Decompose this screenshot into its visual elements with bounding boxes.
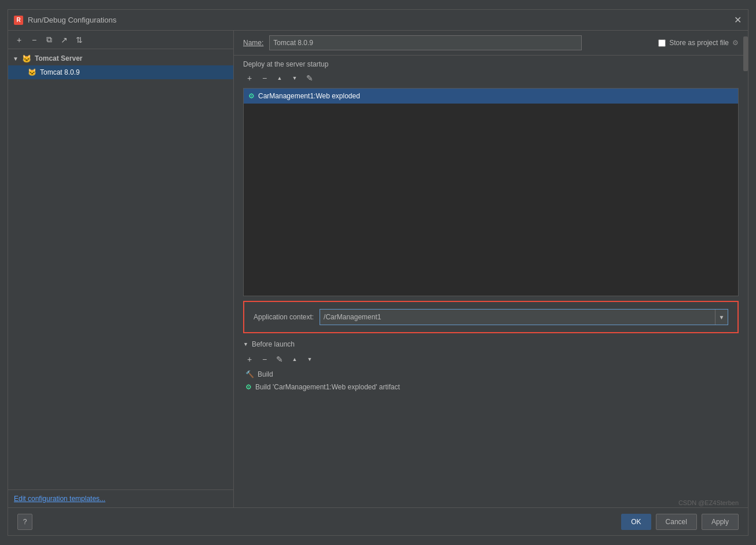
- remove-config-button[interactable]: −: [28, 34, 41, 46]
- deploy-down-button[interactable]: ▼: [288, 72, 301, 84]
- launch-item-artifact: ⚙ Build 'CarManagement1:Web exploded' ar…: [243, 381, 739, 393]
- launch-item-build-label: Build: [258, 370, 273, 378]
- right-body: Deploy at the server startup + − ▲ ▼ ✎ ⚙…: [234, 56, 748, 507]
- tomcat-server-group-header[interactable]: ▼ 🐱 Tomcat Server: [8, 51, 233, 65]
- tomcat-group: ▼ 🐱 Tomcat Server 🐱 Tomcat 8.0.9: [8, 51, 233, 79]
- build-icon: 🔨: [245, 370, 254, 378]
- watermark: CSDN @EZ4Sterben: [678, 499, 739, 506]
- run-debug-dialog: R Run/Debug Configurations ✕ + − ⧉ ↗ ⇅ ▼…: [8, 9, 748, 536]
- config-name-input[interactable]: [269, 35, 582, 50]
- before-launch-header[interactable]: ▼ Before launch: [243, 338, 739, 351]
- edit-templates-link[interactable]: Edit configuration templates...: [8, 489, 233, 507]
- ok-button[interactable]: OK: [621, 514, 651, 530]
- launch-item-artifact-label: Build 'CarManagement1:Web exploded' arti…: [255, 383, 400, 391]
- deploy-toolbar: + − ▲ ▼ ✎: [243, 72, 739, 84]
- right-header: Name: Store as project file ⚙: [234, 31, 748, 56]
- help-button[interactable]: ?: [17, 514, 32, 530]
- app-icon: R: [14, 16, 23, 25]
- app-context-label: Application context:: [254, 313, 314, 321]
- main-content: + − ⧉ ↗ ⇅ ▼ 🐱 Tomcat Server 🐱: [8, 31, 748, 507]
- launch-add-button[interactable]: +: [243, 353, 256, 366]
- left-toolbar: + − ⧉ ↗ ⇅: [8, 31, 233, 49]
- left-panel: + − ⧉ ↗ ⇅ ▼ 🐱 Tomcat Server 🐱: [8, 31, 234, 507]
- move-config-button[interactable]: ↗: [58, 34, 71, 46]
- app-context-input[interactable]: [320, 310, 715, 325]
- store-project-area: Store as project file ⚙: [658, 39, 739, 47]
- deploy-up-button[interactable]: ▲: [273, 72, 286, 84]
- sort-config-button[interactable]: ⇅: [73, 34, 86, 46]
- config-tree: ▼ 🐱 Tomcat Server 🐱 Tomcat 8.0.9: [8, 49, 233, 489]
- bottom-bar: ? OK Cancel Apply: [8, 507, 748, 535]
- scrollbar-thumb[interactable]: [743, 36, 748, 71]
- title-bar: R Run/Debug Configurations ✕: [8, 10, 748, 31]
- scrollbar-track[interactable]: [743, 31, 748, 507]
- deploy-item-label: CarManagement1:Web exploded: [258, 92, 360, 100]
- deploy-remove-button[interactable]: −: [258, 72, 271, 84]
- deploy-list-item[interactable]: ⚙ CarManagement1:Web exploded: [244, 89, 738, 104]
- chevron-icon: ▼: [13, 56, 20, 62]
- name-label: Name:: [243, 39, 263, 47]
- deploy-section: Deploy at the server startup + − ▲ ▼ ✎ ⚙…: [243, 56, 739, 296]
- deploy-edit-button[interactable]: ✎: [303, 72, 316, 84]
- store-as-project-checkbox[interactable]: [658, 39, 666, 47]
- before-launch-chevron-icon: ▼: [243, 341, 248, 347]
- gear-icon[interactable]: ⚙: [732, 39, 739, 47]
- deploy-list: ⚙ CarManagement1:Web exploded: [243, 88, 739, 296]
- dialog-title: Run/Debug Configurations: [28, 16, 733, 24]
- before-launch-toolbar: + − ✎ ▲ ▼: [243, 353, 739, 366]
- add-config-button[interactable]: +: [13, 34, 25, 46]
- apply-button[interactable]: Apply: [702, 514, 739, 530]
- tomcat-item-icon: 🐱: [28, 68, 36, 76]
- close-button[interactable]: ✕: [733, 16, 742, 25]
- store-as-project-label: Store as project file: [669, 39, 729, 47]
- launch-edit-button[interactable]: ✎: [273, 353, 286, 366]
- deploy-header: Deploy at the server startup: [243, 56, 739, 72]
- app-context-input-wrap: ▼: [320, 309, 728, 325]
- launch-up-button[interactable]: ▲: [288, 353, 301, 366]
- artifact-icon: ⚙: [248, 92, 255, 100]
- deploy-add-button[interactable]: +: [243, 72, 256, 84]
- tomcat-server-label: Tomcat Server: [35, 54, 82, 62]
- tomcat-group-icon: 🐱: [22, 54, 31, 63]
- copy-config-button[interactable]: ⧉: [43, 34, 56, 46]
- cancel-button[interactable]: Cancel: [656, 514, 697, 530]
- artifact-build-icon: ⚙: [245, 383, 252, 391]
- app-context-dropdown-button[interactable]: ▼: [715, 310, 728, 325]
- launch-item-build: 🔨 Build: [243, 368, 739, 381]
- before-launch-section: ▼ Before launch + − ✎ ▲ ▼ 🔨 Build: [243, 338, 739, 393]
- before-launch-label: Before launch: [252, 340, 295, 348]
- tomcat-config-item[interactable]: 🐱 Tomcat 8.0.9: [8, 65, 233, 79]
- launch-remove-button[interactable]: −: [258, 353, 271, 366]
- launch-down-button[interactable]: ▼: [303, 353, 316, 366]
- tomcat-item-label: Tomcat 8.0.9: [40, 68, 80, 76]
- right-panel: Name: Store as project file ⚙ Deploy at …: [234, 31, 748, 507]
- app-context-highlight-box: Application context: ▼: [243, 301, 739, 333]
- app-context-section: Application context: ▼: [243, 301, 739, 333]
